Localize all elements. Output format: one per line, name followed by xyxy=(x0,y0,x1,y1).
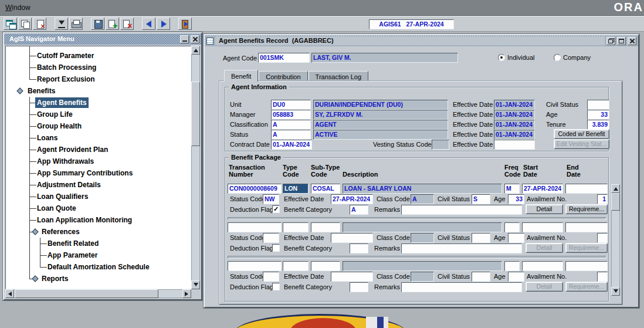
freq-code-field[interactable] xyxy=(504,222,520,232)
row-effective-date-field[interactable]: 27-APR-2024 xyxy=(331,194,373,204)
coded-with-benefit-button[interactable]: Coded w/ Benefit xyxy=(554,129,609,139)
age-field[interactable]: 33 xyxy=(587,110,609,120)
row-age-field[interactable] xyxy=(508,233,524,243)
row-civil-status-field[interactable] xyxy=(472,233,490,243)
deduction-flag-checkbox[interactable] xyxy=(272,244,280,252)
vscroll-thumb[interactable] xyxy=(191,82,200,146)
tree-item-app-summary-contributions[interactable]: App Summary Contributions xyxy=(35,168,134,178)
record-restore-button[interactable] xyxy=(606,37,615,45)
record-titlebar[interactable]: Agent Benefits Record (AGABBREC) xyxy=(205,35,638,46)
tab-contribution[interactable]: Contribution xyxy=(259,71,307,82)
save-button[interactable] xyxy=(91,18,104,30)
tree-node-icon[interactable] xyxy=(32,275,38,282)
tree-item-group-life[interactable]: Group Life xyxy=(35,109,74,120)
tree-item-loan-application-monitoring[interactable]: Loan Application Monitoring xyxy=(35,215,134,225)
unit-code-field[interactable]: DU0 xyxy=(271,100,311,110)
benefit-scroll-thumb[interactable] xyxy=(611,193,620,211)
window-menu[interactable]: Window xyxy=(0,2,36,13)
tenure-field[interactable]: 3.839 xyxy=(587,120,609,130)
contract-date-field[interactable]: 01-JAN-2024 xyxy=(271,140,312,150)
tree-item-default-amortization-schedule[interactable]: Default Amortization Schedule xyxy=(46,262,151,272)
tree-item-report-exclusion[interactable]: Report Exclusion xyxy=(35,74,97,84)
availment-no-field[interactable] xyxy=(597,272,608,282)
row-status-code-field[interactable] xyxy=(263,233,279,243)
navigator-titlebar[interactable]: AgIS Navigator Menu xyxy=(4,33,201,45)
type-code-field[interactable] xyxy=(283,222,309,232)
tree-item-loan-quote[interactable]: Loan Quote xyxy=(35,203,78,214)
exit-button[interactable] xyxy=(178,18,192,30)
classification-code-field[interactable]: A xyxy=(271,120,311,130)
subtype-code-field[interactable] xyxy=(311,222,340,232)
scroll-right-button[interactable] xyxy=(182,289,191,298)
tree-item-batch-processing[interactable]: Batch Processing xyxy=(35,62,98,73)
benefit-scroll-down-button[interactable] xyxy=(611,287,620,296)
copy-button[interactable] xyxy=(18,18,32,30)
transaction-number-field[interactable] xyxy=(228,261,282,271)
vesting-effective-date-field[interactable] xyxy=(494,140,535,150)
agent-code-field[interactable]: 001SMK xyxy=(258,53,310,63)
row-age-field[interactable] xyxy=(508,272,524,282)
status-code-field[interactable]: A xyxy=(271,130,311,140)
benefit-scrollbar[interactable] xyxy=(611,184,620,296)
navigator-hscrollbar[interactable] xyxy=(5,289,191,298)
company-radio[interactable]: Company xyxy=(554,54,591,61)
deduction-flag-checkbox[interactable]: ✓ xyxy=(272,205,280,213)
civil-status-field[interactable] xyxy=(587,100,609,110)
type-code-field[interactable] xyxy=(283,261,309,271)
tab-transaction-log[interactable]: Transaction Log xyxy=(309,71,368,82)
tab-benefit[interactable]: Benefit xyxy=(224,70,258,82)
delete-record-button[interactable] xyxy=(120,18,134,30)
remarks-field[interactable] xyxy=(401,282,522,292)
benefit-category-field[interactable]: A xyxy=(350,205,368,215)
individual-radio[interactable]: Individual xyxy=(498,54,534,61)
tree-item-adjustment-details[interactable]: Adjustment Details xyxy=(35,180,103,190)
start-date-field[interactable]: 27-APR-2024 xyxy=(522,184,563,194)
transaction-number-field[interactable]: CON0000008609 xyxy=(228,184,282,194)
scroll-up-button[interactable] xyxy=(191,46,200,55)
tree-item-app-parameter[interactable]: App Parameter xyxy=(46,250,99,261)
insert-record-button[interactable] xyxy=(106,18,119,30)
benefit-category-field[interactable] xyxy=(350,244,368,253)
hscroll-thumb[interactable] xyxy=(15,289,158,298)
type-code-field[interactable]: LON xyxy=(283,184,309,194)
availment-no-field[interactable]: 1 xyxy=(597,194,608,204)
navigator-vscrollbar[interactable] xyxy=(191,46,200,289)
tree-item-references[interactable]: References xyxy=(40,226,82,237)
row-civil-status-field[interactable] xyxy=(472,272,490,282)
requirements-button[interactable]: Requireme... xyxy=(565,204,608,214)
end-date-field[interactable] xyxy=(565,184,608,194)
end-date-field[interactable] xyxy=(565,261,608,271)
record-maximize-button[interactable] xyxy=(617,37,626,45)
freq-code-field[interactable]: M xyxy=(504,184,520,194)
previous-record-button[interactable] xyxy=(142,18,155,30)
start-date-field[interactable] xyxy=(522,222,563,232)
row-civil-status-field[interactable]: S xyxy=(472,194,490,204)
row-status-code-field[interactable]: NW xyxy=(263,194,279,204)
row-status-code-field[interactable] xyxy=(263,272,279,282)
tree-item-loans[interactable]: Loans xyxy=(35,133,59,143)
clear-form-button[interactable] xyxy=(33,18,46,30)
row-effective-date-field[interactable] xyxy=(331,233,373,243)
cascade-windows-button[interactable] xyxy=(4,18,17,30)
transaction-number-field[interactable] xyxy=(228,222,282,232)
end-date-field[interactable] xyxy=(565,222,608,232)
manager-code-field[interactable]: 058883 xyxy=(271,110,311,120)
print-button[interactable] xyxy=(69,18,83,30)
tree-item-group-health[interactable]: Group Health xyxy=(35,121,83,131)
row-age-field[interactable]: 33 xyxy=(508,194,524,204)
navigator-close-button[interactable] xyxy=(191,35,199,43)
remarks-field[interactable] xyxy=(401,244,522,253)
tree-node-icon[interactable] xyxy=(32,228,38,235)
subtype-code-field[interactable]: COSAL xyxy=(311,184,340,194)
tree-node-icon[interactable] xyxy=(16,87,23,94)
record-close-button[interactable] xyxy=(628,37,636,45)
tree-item-agent-provident-plan[interactable]: Agent Provident Plan xyxy=(35,144,110,155)
row-effective-date-field[interactable] xyxy=(331,272,373,282)
tree-item-benefits[interactable]: Benefits xyxy=(26,86,57,96)
scroll-down-button[interactable] xyxy=(191,280,200,289)
execute-query-button[interactable] xyxy=(55,18,68,30)
tree-item-reports[interactable]: Reports xyxy=(40,273,70,284)
tree-item-benefit-related[interactable]: Benefit Related xyxy=(46,238,100,249)
tree-item-cutoff-parameter[interactable]: Cutoff Parameter xyxy=(35,50,96,61)
navigator-minimize-button[interactable] xyxy=(180,35,189,43)
